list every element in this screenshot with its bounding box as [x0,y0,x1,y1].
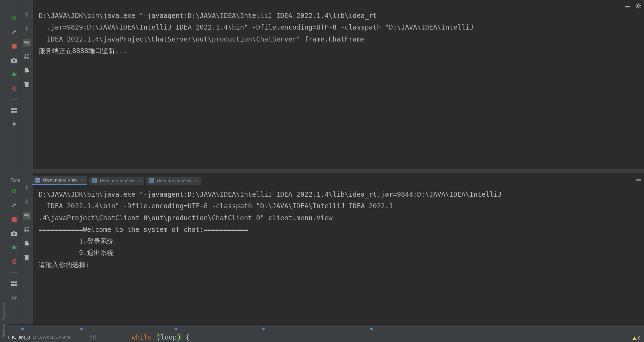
svg-rect-30 [25,256,29,260]
svg-point-21 [13,233,15,235]
editor-strip: tClient_0 D:\JAVA\IDEA\Intel 56 while (l… [0,324,644,342]
layout-icon[interactable] [10,107,18,114]
svg-rect-0 [12,44,17,49]
svg-rect-8 [14,111,17,113]
pin-icon[interactable] [10,121,18,128]
svg-rect-10 [25,68,28,70]
left-tool-rail[interactable]: Bookmarks Structure [0,0,8,342]
file-dot-icon [262,328,265,330]
editor-code-fragment: while (loop) { [132,333,189,341]
tab-label: client.menu.View [43,177,77,183]
project-name[interactable]: tClient_0 [12,335,30,340]
structure-label[interactable]: Structure [2,324,6,338]
svg-rect-31 [24,255,29,256]
svg-point-16 [637,5,639,7]
stop-button[interactable] [10,42,18,50]
panel-chrome [636,176,641,181]
app-icon [92,178,97,183]
more-icon[interactable] [10,294,18,302]
up-arrow-icon[interactable] [23,184,31,191]
run-toolbar-primary [8,173,20,324]
svg-rect-6 [14,108,17,110]
app-icon [35,178,40,183]
svg-rect-13 [24,82,29,83]
close-icon[interactable]: × [137,178,141,183]
warning-count: 8 [638,335,640,341]
tab-label: client.menu.View [157,178,191,183]
minimize-icon[interactable] [636,176,641,181]
svg-rect-12 [25,83,29,87]
client-run-panel: Run: client.menu.View × client.menu.View… [0,173,644,324]
svg-rect-25 [11,284,14,286]
svg-rect-26 [14,284,17,286]
debug-bug-icon[interactable] [10,243,18,251]
camera-icon[interactable] [10,56,18,64]
file-dot-icon [370,328,373,330]
svg-rect-23 [11,281,14,283]
minimize-icon[interactable] [625,3,631,8]
exit-icon[interactable] [10,258,18,265]
exit-icon[interactable] [10,84,18,92]
scroll-to-end-icon[interactable] [23,53,31,61]
svg-rect-28 [25,241,28,243]
gear-icon[interactable] [636,3,641,8]
trash-icon[interactable] [23,254,31,262]
svg-rect-5 [11,108,14,110]
stop-button[interactable] [10,215,18,223]
run-toolbar-primary [8,0,20,169]
svg-rect-11 [25,72,28,73]
close-icon[interactable]: × [80,178,84,182]
svg-rect-20 [13,231,15,232]
wrench-button[interactable] [10,201,18,209]
down-arrow-icon[interactable] [23,25,31,32]
run-tab-bar: client.menu.View × client.menu.View × cl… [32,175,201,186]
trash-icon[interactable] [23,81,31,89]
warnings-badge[interactable]: 8 [632,335,640,341]
svg-rect-15 [625,6,630,7]
run-toolbar-secondary [20,0,33,169]
bookmarks-label[interactable]: Bookmarks [2,303,6,321]
run-toolbar-secondary [20,173,33,324]
svg-rect-32 [26,255,28,255]
toolbar-divider [10,99,18,100]
camera-icon[interactable] [10,229,18,237]
print-icon[interactable] [23,240,31,248]
run-tab-3[interactable]: client.menu.View × [146,177,201,185]
warning-icon [632,336,637,340]
svg-rect-18 [12,217,17,222]
toolbar-divider [10,272,18,273]
panel-chrome [625,3,641,8]
run-tab-1[interactable]: client.menu.View × [32,176,87,185]
run-tab-2[interactable]: client.menu.View × [89,177,144,185]
soft-wrap-icon[interactable] [23,39,31,46]
svg-rect-17 [636,179,641,180]
rerun-button[interactable] [10,14,18,22]
close-icon[interactable]: × [194,178,198,183]
breadcrumb-tabs [21,325,640,333]
svg-rect-9 [25,70,29,72]
app-icon [149,178,154,183]
debug-bug-icon[interactable] [10,70,18,78]
scroll-to-end-icon[interactable] [23,226,31,234]
print-icon[interactable] [23,67,31,75]
svg-point-22 [12,246,16,249]
svg-point-4 [12,73,16,76]
svg-rect-7 [11,111,14,113]
layout-icon[interactable] [10,280,18,287]
soft-wrap-icon[interactable] [23,212,31,220]
svg-rect-2 [13,58,15,59]
run-label: Run: [11,177,20,183]
client-console-output[interactable]: D:\JAVA\JDK\bin\java.exe "-javaagent:D:\… [39,189,640,324]
svg-rect-14 [26,82,28,82]
project-path: D:\JAVA\IDEA\Intel [33,335,71,340]
line-number: 56 [89,334,97,341]
tab-label: client.menu.View [100,178,134,183]
wrench-button[interactable] [10,28,18,36]
file-dot-icon [175,328,177,330]
rerun-button[interactable] [10,187,18,195]
svg-rect-24 [14,281,17,283]
up-arrow-icon[interactable] [23,11,31,18]
down-arrow-icon[interactable] [23,198,31,205]
server-console-output[interactable]: D:\JAVA\JDK\bin\java.exe "-javaagent:D:\… [39,10,640,169]
file-dot-icon [80,328,83,330]
